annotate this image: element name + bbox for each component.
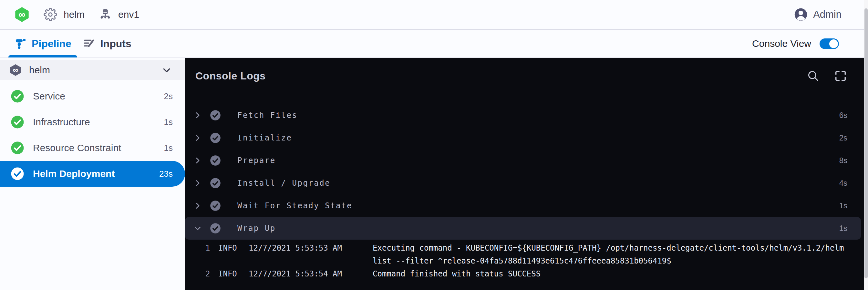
chevron-right-icon[interactable] <box>193 111 203 120</box>
chevron-right-icon[interactable] <box>193 201 203 210</box>
duration-badge: 1s <box>839 201 847 210</box>
main-content: ∞ helm Service 2s <box>0 58 864 290</box>
success-check-icon <box>210 200 221 212</box>
search-icon[interactable] <box>807 69 819 82</box>
environment-name-label: env1 <box>118 9 139 20</box>
stage-group-label: helm <box>29 65 50 75</box>
tab-bar: Pipeline Inputs Console View <box>0 30 864 58</box>
user-avatar-icon <box>794 7 808 22</box>
infinity-glyph: ∞ <box>19 9 25 20</box>
sidebar-item-label: Resource Constraint <box>33 142 121 153</box>
execution-sidebar: ∞ helm Service 2s <box>0 58 185 290</box>
success-check-icon <box>210 109 221 121</box>
console-logs-panel: Console Logs <box>185 58 864 290</box>
chevron-right-icon[interactable] <box>193 133 203 142</box>
sidebar-item-helm-deployment[interactable]: Helm Deployment 23s <box>0 161 185 187</box>
log-message: Command finished with status SUCCESS <box>373 267 864 280</box>
console-view-label: Console View <box>752 38 811 49</box>
log-output: 1 INFO 12/7/2021 5:53:53 AM Executing co… <box>185 241 864 280</box>
duration-badge: 1s <box>839 224 847 233</box>
chevron-down-icon[interactable] <box>161 65 172 75</box>
duration-badge: 4s <box>839 179 847 188</box>
console-logs-title: Console Logs <box>195 70 266 82</box>
console-view-toggle[interactable] <box>819 38 839 49</box>
log-step-label: Wait For Steady State <box>237 201 352 210</box>
infinity-glyph: ∞ <box>12 66 18 74</box>
pipeline-name-label: helm <box>64 9 85 20</box>
pipeline-icon <box>14 37 27 50</box>
inputs-pencil-icon <box>83 37 95 50</box>
log-message: Executing command - KUBECONFIG=${KUBECON… <box>373 241 864 267</box>
console-logs-header: Console Logs <box>185 58 864 94</box>
cd-module-hexagon-infinity-icon[interactable]: ∞ <box>14 7 29 22</box>
tab-inputs[interactable]: Inputs <box>77 30 137 57</box>
sidebar-item-label: Infrastructure <box>33 117 90 128</box>
log-step-prepare[interactable]: Prepare 8s <box>185 149 864 172</box>
log-step-fetch-files[interactable]: Fetch Files 6s <box>185 104 864 127</box>
log-line-number: 1 <box>206 241 218 267</box>
chevron-right-icon[interactable] <box>193 156 203 165</box>
scrollbar-thumb[interactable] <box>864 8 868 278</box>
success-check-icon <box>210 132 221 144</box>
log-timestamp: 12/7/2021 5:53:53 AM <box>249 241 373 267</box>
tab-inputs-label: Inputs <box>100 38 131 50</box>
log-level: INFO <box>218 241 249 267</box>
chevron-right-icon[interactable] <box>193 179 203 188</box>
duration-badge: 2s <box>164 91 173 101</box>
log-line: 1 INFO 12/7/2021 5:53:53 AM Executing co… <box>185 241 864 267</box>
top-bar: ∞ helm env1 Admin <box>0 0 864 30</box>
log-step-label: Prepare <box>237 156 276 165</box>
duration-badge: 1s <box>164 143 173 153</box>
success-check-icon <box>210 177 221 189</box>
toggle-knob <box>829 39 838 48</box>
tab-pipeline-label: Pipeline <box>32 38 71 50</box>
log-timestamp: 12/7/2021 5:53:54 AM <box>249 267 373 280</box>
log-message-line: Command finished with status SUCCESS <box>373 267 864 280</box>
log-step-label: Initialize <box>237 133 292 142</box>
sidebar-item-resource-constraint[interactable]: Resource Constraint 1s <box>0 135 185 161</box>
success-check-icon <box>210 223 221 234</box>
user-menu[interactable]: Admin <box>794 7 841 22</box>
chevron-down-icon[interactable] <box>193 224 203 233</box>
success-check-icon <box>10 89 25 103</box>
gear-icon[interactable] <box>43 8 57 21</box>
log-step-list: Fetch Files 6s Initialize 2s <box>185 104 864 239</box>
log-message-line: list --filter ^release-04fa5788d11493e61… <box>373 255 864 267</box>
log-step-wait-for-steady-state[interactable]: Wait For Steady State 1s <box>185 194 864 217</box>
log-line: 2 INFO 12/7/2021 5:53:54 AM Command fini… <box>185 267 864 280</box>
log-step-install-upgrade[interactable]: Install / Upgrade 4s <box>185 172 864 194</box>
success-check-icon <box>10 141 25 155</box>
duration-badge: 23s <box>159 169 173 179</box>
duration-badge: 8s <box>839 156 847 165</box>
page-scrollbar[interactable] <box>864 0 868 290</box>
sidebar-item-infrastructure[interactable]: Infrastructure 1s <box>0 109 185 135</box>
sidebar-item-label: Helm Deployment <box>33 168 115 179</box>
user-name-label: Admin <box>813 9 841 20</box>
sidebar-item-label: Service <box>33 91 65 102</box>
stage-hexagon-infinity-icon: ∞ <box>10 64 21 76</box>
fullscreen-icon[interactable] <box>834 70 847 82</box>
log-step-label: Fetch Files <box>237 111 298 120</box>
success-check-icon <box>10 115 25 129</box>
step-list: Service 2s Infrastructure 1s Resource Co… <box>0 83 185 187</box>
log-step-wrap-up[interactable]: Wrap Up 1s <box>185 217 861 239</box>
stage-group-helm[interactable]: ∞ helm <box>0 60 185 80</box>
success-check-icon <box>210 155 221 166</box>
duration-badge: 6s <box>839 111 847 120</box>
log-step-label: Install / Upgrade <box>237 179 330 188</box>
tab-pipeline[interactable]: Pipeline <box>8 30 77 57</box>
duration-badge: 2s <box>839 133 847 142</box>
log-message-line: Executing command - KUBECONFIG=${KUBECON… <box>373 241 864 255</box>
log-step-initialize[interactable]: Initialize 2s <box>185 127 864 149</box>
log-line-number: 2 <box>206 267 218 280</box>
duration-badge: 1s <box>164 117 173 127</box>
log-level: INFO <box>218 267 249 280</box>
success-check-icon <box>10 167 25 181</box>
log-step-label: Wrap Up <box>237 224 276 233</box>
environment-icon[interactable] <box>99 8 112 21</box>
sidebar-item-service[interactable]: Service 2s <box>0 83 185 109</box>
